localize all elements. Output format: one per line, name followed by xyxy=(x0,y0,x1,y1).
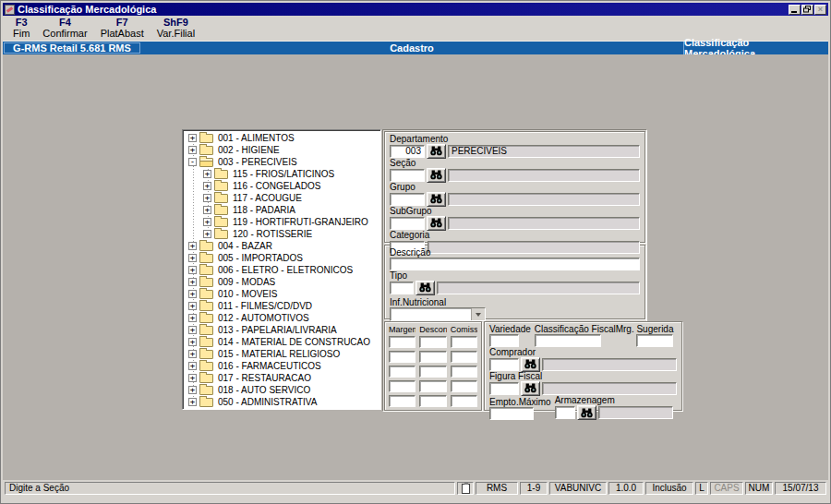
tree-item[interactable]: +005 - IMPORTADOS xyxy=(183,252,380,264)
margin-cell-input[interactable] xyxy=(451,366,477,378)
margin-cell-input[interactable] xyxy=(419,380,446,392)
expand-icon[interactable]: + xyxy=(188,398,197,406)
armazenagem-search-button[interactable] xyxy=(577,405,596,420)
margin-cell-input[interactable] xyxy=(451,351,477,363)
margin-cell-input[interactable] xyxy=(451,395,477,407)
toolbar-button-platabast[interactable]: F7 PlatAbast xyxy=(94,17,151,39)
folder-icon xyxy=(214,206,228,215)
expand-icon[interactable]: + xyxy=(188,146,197,154)
grupo-search-button[interactable] xyxy=(427,192,446,207)
collapse-icon[interactable]: - xyxy=(188,158,197,166)
minimize-icon xyxy=(791,6,799,13)
tree-item[interactable]: -003 - PERECIVEIS xyxy=(183,156,380,168)
tree-item[interactable]: +002 - HIGIENE xyxy=(183,144,380,156)
tree-item[interactable]: +001 - ALIMENTOS xyxy=(183,132,380,144)
margin-cell-input[interactable] xyxy=(389,336,416,348)
departamento-search-button[interactable] xyxy=(427,144,446,159)
expand-icon[interactable]: + xyxy=(203,194,211,202)
expand-icon[interactable]: + xyxy=(188,386,197,394)
expand-icon[interactable]: + xyxy=(203,170,211,178)
expand-icon[interactable]: + xyxy=(203,230,211,238)
margin-cell-input[interactable] xyxy=(389,351,416,363)
descricao-input[interactable] xyxy=(390,258,640,270)
margin-cell-input[interactable] xyxy=(451,336,477,348)
tree-item[interactable]: +118 - PADARIA xyxy=(183,204,380,216)
expand-icon[interactable]: + xyxy=(188,134,197,142)
tipo-code-input[interactable] xyxy=(390,282,414,294)
tree-item[interactable]: +010 - MOVEIS xyxy=(183,288,380,300)
mrg-sugerida-input[interactable] xyxy=(636,334,673,347)
tree-view[interactable]: +001 - ALIMENTOS+002 - HIGIENE-003 - PER… xyxy=(182,129,381,410)
expand-icon[interactable]: + xyxy=(188,302,197,310)
expand-icon[interactable]: + xyxy=(188,350,197,358)
subgrupo-search-button[interactable] xyxy=(427,216,446,231)
expand-icon[interactable]: + xyxy=(203,182,211,190)
armazenagem-code-input[interactable] xyxy=(555,406,575,419)
margin-cell-input[interactable] xyxy=(389,395,416,407)
comprador-name-field xyxy=(542,358,677,371)
expand-icon[interactable]: + xyxy=(188,338,197,346)
minimize-button[interactable] xyxy=(789,5,801,15)
tree-item[interactable]: +117 - ACOUGUE xyxy=(183,192,380,204)
expand-icon[interactable]: + xyxy=(188,290,197,298)
close-button[interactable]: × xyxy=(814,5,826,15)
tree-item[interactable]: +015 - MATERIAL RELIGIOSO xyxy=(183,348,380,360)
tree-item[interactable]: +006 - ELETRO - ELETRONICOS xyxy=(183,264,380,276)
expand-icon[interactable]: + xyxy=(203,218,211,226)
figura-fiscal-search-button[interactable] xyxy=(521,381,540,396)
folder-icon xyxy=(199,278,213,287)
expand-icon[interactable]: + xyxy=(203,206,211,214)
tree-item[interactable]: +120 - ROTISSERIE xyxy=(183,228,380,240)
expand-icon[interactable]: + xyxy=(188,362,197,370)
tree-item[interactable]: +018 - AUTO SERVICO xyxy=(183,384,380,396)
expand-icon[interactable]: + xyxy=(188,278,197,286)
expand-icon[interactable]: + xyxy=(188,254,197,262)
margin-cell-input[interactable] xyxy=(419,395,446,407)
tree-item[interactable]: +012 - AUTOMOTIVOS xyxy=(183,312,380,324)
toolbar-button-fim[interactable]: F3 Fim xyxy=(6,17,36,39)
expand-icon[interactable]: + xyxy=(188,326,197,334)
tree-item[interactable]: +011 - FILMES/CD/DVD xyxy=(183,300,380,312)
margin-cell-input[interactable] xyxy=(451,380,477,392)
tipo-search-button[interactable] xyxy=(416,281,435,295)
inf-nutricional-select[interactable] xyxy=(390,307,486,321)
departamento-code-input[interactable] xyxy=(390,145,425,158)
secao-code-input[interactable] xyxy=(390,169,425,182)
empto-maximo-input[interactable] xyxy=(489,407,534,420)
figura-fiscal-code-input[interactable] xyxy=(489,382,519,395)
secao-search-button[interactable] xyxy=(427,168,446,183)
tree-item[interactable]: +116 - CONGELADOS xyxy=(183,180,380,192)
margin-cell-input[interactable] xyxy=(389,366,416,378)
variedade-input[interactable] xyxy=(489,334,519,347)
toolbar-label: Fim xyxy=(13,28,30,39)
tree-item[interactable]: +014 - MATERIAL DE CONSTRUCAO xyxy=(183,336,380,348)
tree-item-label: 016 - FARMACEUTICOS xyxy=(215,361,321,371)
toolbar-button-varfilial[interactable]: ShF9 Var.Filial xyxy=(151,17,201,39)
comprador-code-input[interactable] xyxy=(489,358,519,371)
margin-cell-input[interactable] xyxy=(389,380,416,392)
expand-icon[interactable]: + xyxy=(188,242,197,250)
expand-icon[interactable]: + xyxy=(188,374,197,382)
tree-item[interactable]: +013 - PAPELARIA/LIVRARIA xyxy=(183,324,380,336)
toolbar-button-confirmar[interactable]: F4 Confirmar xyxy=(36,17,93,39)
status-date: 15/07/13 xyxy=(775,482,826,495)
tree-item[interactable]: +119 - HORTIFRUTI-GRANJEIRO xyxy=(183,216,380,228)
margin-cell-input[interactable] xyxy=(419,336,446,348)
tree-item[interactable]: +016 - FARMACEUTICOS xyxy=(183,360,380,372)
binoculars-icon xyxy=(524,383,536,393)
tree-item[interactable]: +009 - MODAS xyxy=(183,276,380,288)
tree-item[interactable]: +017 - RESTAURACAO xyxy=(183,372,380,384)
expand-icon[interactable]: + xyxy=(188,314,197,322)
classificacao-fiscal-input[interactable] xyxy=(535,334,601,347)
margin-cell-input[interactable] xyxy=(419,351,446,363)
expand-icon[interactable]: + xyxy=(188,266,197,274)
restore-button[interactable] xyxy=(801,5,813,15)
comprador-search-button[interactable] xyxy=(521,357,540,372)
tree-item[interactable]: +115 - FRIOS/LATICINOS xyxy=(183,168,380,180)
subgrupo-code-input[interactable] xyxy=(390,217,425,230)
margin-cell-input[interactable] xyxy=(419,366,446,378)
grupo-code-input[interactable] xyxy=(390,193,425,206)
tree-item[interactable]: +004 - BAZAR xyxy=(183,240,380,252)
dropdown-button[interactable] xyxy=(471,308,485,320)
tree-item[interactable]: +050 - ADMINISTRATIVA xyxy=(183,396,380,408)
